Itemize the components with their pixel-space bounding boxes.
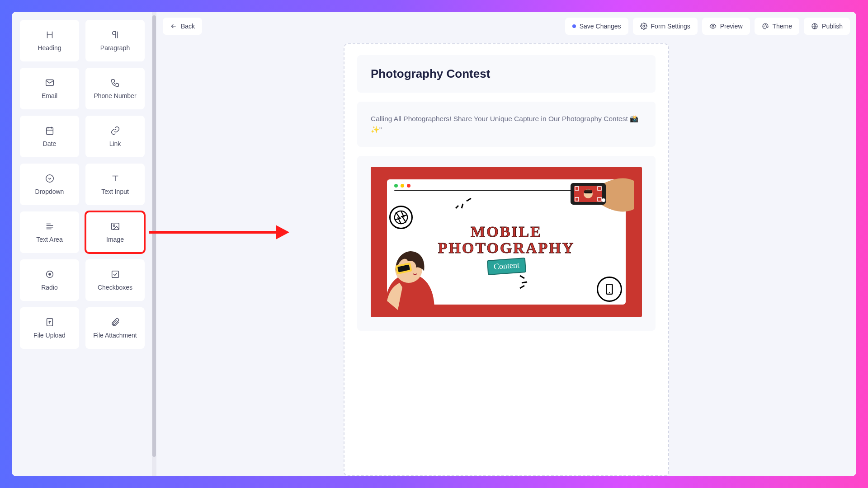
hand-holding-phone-icon (543, 174, 634, 228)
field-palette-sidebar: HeadingParagraphEmailPhone NumberDateLin… (12, 12, 156, 476)
field-tile-radio[interactable]: Radio (20, 259, 79, 301)
camera-aperture-icon (389, 206, 413, 229)
svg-point-9 (643, 25, 645, 27)
field-tile-label: Email (42, 92, 57, 99)
field-tile-label: Date (43, 140, 57, 147)
arrow-left-icon (170, 23, 177, 30)
smartphone-icon (597, 277, 622, 302)
field-tile-image[interactable]: Image (85, 211, 145, 253)
upload-icon (45, 317, 55, 327)
unsaved-dot-icon (572, 24, 576, 28)
radio-icon (45, 269, 55, 279)
image-icon (110, 221, 120, 231)
woman-photographer-icon (382, 247, 441, 310)
eye-icon (709, 23, 717, 30)
main-area: Back Save Changes Form Settings Preview … (156, 12, 856, 476)
field-tile-label: File Attachment (93, 332, 137, 339)
form-title-block[interactable]: Photography Contest (357, 55, 656, 93)
link-icon (110, 126, 120, 136)
form-title: Photography Contest (371, 67, 642, 81)
svg-point-10 (712, 25, 714, 27)
field-tile-file-attachment[interactable]: File Attachment (85, 307, 145, 349)
calendar-icon (45, 126, 55, 136)
poster-image: MOBILE PHOTOGRAPHY Content (371, 167, 642, 317)
poster-headline: MOBILE PHOTOGRAPHY (438, 224, 575, 256)
check-icon (110, 269, 120, 279)
field-tile-date[interactable]: Date (20, 116, 79, 157)
poster-line2: PHOTOGRAPHY (438, 240, 575, 256)
field-tile-link[interactable]: Link (85, 116, 145, 157)
field-tile-label: Link (109, 140, 121, 147)
field-tile-label: Dropdown (35, 188, 64, 195)
mail-icon (45, 78, 55, 88)
theme-button[interactable]: Theme (755, 18, 800, 35)
field-tile-checkboxes[interactable]: Checkboxes (85, 259, 145, 301)
field-tile-text-area[interactable]: Text Area (20, 211, 79, 253)
field-tile-label: Heading (38, 44, 61, 52)
form-description: Calling All Photographers! Share Your Un… (371, 113, 642, 135)
field-tile-label: Checkboxes (98, 284, 132, 291)
poster-browser-window: MOBILE PHOTOGRAPHY Content (387, 179, 626, 304)
spark-lines-icon (455, 192, 473, 210)
field-tile-label: Image (106, 236, 124, 243)
sidebar-scrollbar[interactable] (152, 12, 156, 476)
preview-button[interactable]: Preview (702, 18, 750, 35)
field-tile-label: File Upload (33, 332, 66, 339)
field-tile-label: Radio (41, 284, 58, 291)
save-button-label: Save Changes (580, 23, 621, 30)
phone-icon (110, 78, 120, 88)
field-tile-paragraph[interactable]: Paragraph (85, 20, 145, 61)
field-tile-text-input[interactable]: Text Input (85, 164, 145, 205)
paragraph-icon (110, 30, 120, 40)
scrollbar-thumb[interactable] (152, 15, 156, 457)
field-grid: HeadingParagraphEmailPhone NumberDateLin… (20, 20, 151, 349)
text-icon (110, 174, 120, 183)
svg-point-25 (602, 198, 605, 202)
form-image-block[interactable]: MOBILE PHOTOGRAPHY Content (357, 156, 656, 331)
field-tile-file-upload[interactable]: File Upload (20, 307, 79, 349)
save-changes-button[interactable]: Save Changes (565, 18, 628, 35)
preview-button-label: Preview (720, 23, 743, 30)
field-tile-label: Text Input (101, 188, 129, 195)
field-tile-label: Paragraph (100, 44, 130, 52)
dropdown-icon (45, 174, 55, 183)
field-tile-email[interactable]: Email (20, 68, 79, 109)
globe-icon (811, 23, 818, 30)
form-description-block[interactable]: Calling All Photographers! Share Your Un… (357, 102, 656, 147)
palette-icon (762, 23, 769, 30)
publish-button-label: Publish (822, 23, 843, 30)
svg-point-12 (765, 24, 765, 25)
app-frame: HeadingParagraphEmailPhone NumberDateLin… (12, 12, 856, 476)
spark-lines-icon (517, 273, 535, 291)
canvas-scroll-wrap: Photography Contest Calling All Photogra… (156, 41, 856, 476)
gear-icon (640, 23, 647, 30)
clip-icon (110, 317, 120, 327)
form-settings-button[interactable]: Form Settings (633, 18, 698, 35)
svg-point-13 (766, 26, 767, 26)
field-tile-label: Phone Number (94, 92, 136, 99)
back-button-label: Back (181, 23, 195, 30)
textarea-icon (45, 221, 55, 231)
field-tile-dropdown[interactable]: Dropdown (20, 164, 79, 205)
field-tile-phone[interactable]: Phone Number (85, 68, 145, 109)
topbar: Back Save Changes Form Settings Preview … (156, 12, 856, 41)
publish-button[interactable]: Publish (804, 18, 850, 35)
theme-button-label: Theme (773, 23, 793, 30)
heading-icon (45, 30, 55, 40)
field-tile-heading[interactable]: Heading (20, 20, 79, 61)
back-button[interactable]: Back (163, 18, 202, 35)
field-tile-label: Text Area (36, 236, 62, 243)
svg-point-11 (764, 26, 764, 26)
settings-button-label: Form Settings (651, 23, 690, 30)
form-canvas[interactable]: Photography Contest Calling All Photogra… (344, 43, 669, 476)
